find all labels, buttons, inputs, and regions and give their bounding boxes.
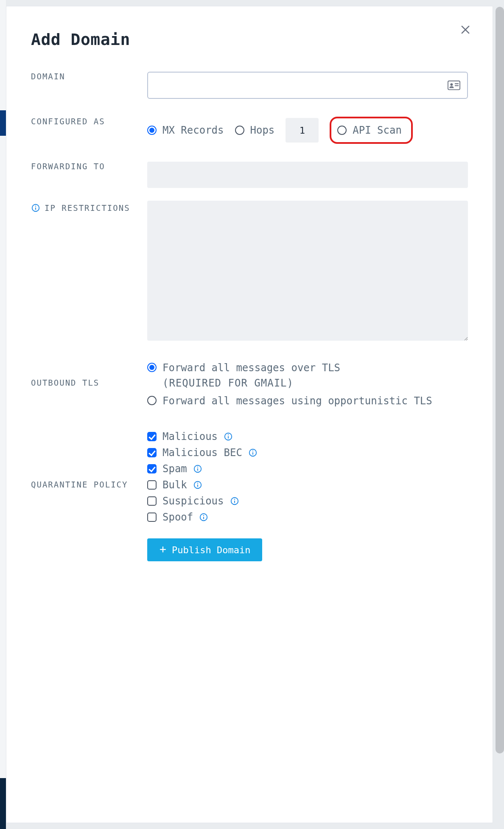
api-scan-highlight: API Scan	[330, 117, 413, 144]
outbound-tls-required-radio[interactable]	[147, 363, 157, 372]
svg-rect-5	[455, 85, 459, 86]
configured-as-mx-label: MX Records	[162, 123, 224, 138]
quarantine-policy-label: QUARANTINE POLICY	[31, 480, 147, 489]
quarantine-bulk-checkbox[interactable]	[147, 480, 157, 490]
outbound-tls-required-note: (REQUIRED FOR GMAIL)	[162, 375, 340, 391]
svg-point-8	[35, 206, 36, 207]
id-card-icon	[448, 80, 460, 90]
svg-point-3	[450, 83, 453, 86]
info-icon[interactable]	[248, 448, 258, 457]
svg-point-11	[228, 434, 229, 435]
outbound-tls-opportunistic-option[interactable]: Forward all messages using opportunistic…	[147, 393, 468, 409]
configured-as-api-scan-option[interactable]: API Scan	[337, 123, 402, 138]
publish-domain-label: Publish Domain	[172, 545, 250, 555]
ip-restrictions-textarea[interactable]	[147, 201, 468, 341]
svg-rect-4	[455, 83, 459, 84]
outbound-tls-opportunistic-radio[interactable]	[147, 396, 157, 405]
ip-restrictions-label-text: IP RESTRICTIONS	[45, 203, 130, 213]
background-nav-highlight	[0, 110, 6, 136]
quarantine-spoof-checkbox[interactable]	[147, 513, 157, 522]
configured-as-api-scan-radio[interactable]	[337, 126, 347, 135]
quarantine-malicious-label: Malicious	[162, 431, 218, 443]
svg-point-14	[252, 451, 253, 451]
outbound-tls-required-label: Forward all messages over TLS	[162, 362, 340, 374]
domain-label: DOMAIN	[31, 72, 65, 81]
quarantine-options: Malicious Malicious BEC Spam	[147, 431, 468, 561]
configured-as-label: CONFIGURED AS	[31, 117, 105, 126]
quarantine-bulk-label: Bulk	[162, 479, 187, 491]
quarantine-malicious-bec-label: Malicious BEC	[162, 447, 242, 459]
background-footer-strip	[0, 778, 6, 829]
configured-as-hops-option[interactable]: Hops	[235, 123, 275, 138]
forwarding-to-input[interactable]	[147, 162, 468, 188]
plus-icon	[159, 545, 167, 555]
quarantine-item: Spoof	[147, 511, 468, 523]
publish-domain-button[interactable]: Publish Domain	[147, 538, 262, 561]
outbound-tls-required-option[interactable]: Forward all messages over TLS (REQUIRED …	[147, 360, 468, 391]
info-icon[interactable]	[230, 496, 239, 506]
quarantine-item: Suspicious	[147, 495, 468, 507]
info-icon[interactable]	[224, 432, 233, 441]
quarantine-suspicious-label: Suspicious	[162, 495, 224, 507]
quarantine-spoof-label: Spoof	[162, 511, 193, 523]
quarantine-suspicious-checkbox[interactable]	[147, 496, 157, 506]
close-icon	[459, 24, 471, 37]
quarantine-item: Malicious	[147, 431, 468, 443]
ip-restrictions-label: IP RESTRICTIONS	[31, 203, 147, 213]
configured-as-options: MX Records Hops API Scan	[147, 117, 468, 144]
outbound-tls-options: Forward all messages over TLS (REQUIRED …	[147, 360, 468, 411]
modal-title: Add Domain	[31, 30, 468, 49]
hops-count-input[interactable]	[286, 118, 319, 143]
svg-point-26	[203, 515, 204, 516]
info-icon[interactable]	[31, 203, 40, 213]
configured-as-mx-option[interactable]: MX Records	[147, 123, 224, 138]
info-icon[interactable]	[199, 513, 208, 522]
outbound-tls-label: OUTBOUND TLS	[31, 378, 147, 387]
configured-as-hops-label: Hops	[250, 123, 275, 138]
configured-as-hops-radio[interactable]	[235, 126, 244, 135]
scrollbar[interactable]	[496, 7, 504, 753]
forwarding-to-label: FORWARDING TO	[31, 162, 105, 171]
info-icon[interactable]	[193, 464, 202, 473]
quarantine-malicious-bec-checkbox[interactable]	[147, 448, 157, 457]
configured-as-mx-radio[interactable]	[147, 126, 157, 135]
configured-as-api-scan-label: API Scan	[353, 123, 402, 138]
quarantine-spam-label: Spam	[162, 463, 187, 475]
quarantine-malicious-checkbox[interactable]	[147, 432, 157, 441]
domain-input[interactable]	[147, 72, 468, 99]
quarantine-spam-checkbox[interactable]	[147, 464, 157, 473]
quarantine-item: Malicious BEC	[147, 447, 468, 459]
add-domain-modal: Add Domain DOMAIN	[6, 6, 493, 823]
svg-point-17	[197, 467, 198, 468]
close-button[interactable]	[457, 22, 474, 39]
quarantine-item: Spam	[147, 463, 468, 475]
outbound-tls-opportunistic-label: Forward all messages using opportunistic…	[162, 393, 432, 409]
svg-point-23	[234, 499, 235, 500]
svg-point-20	[197, 483, 198, 484]
quarantine-item: Bulk	[147, 479, 468, 491]
info-icon[interactable]	[193, 480, 202, 490]
